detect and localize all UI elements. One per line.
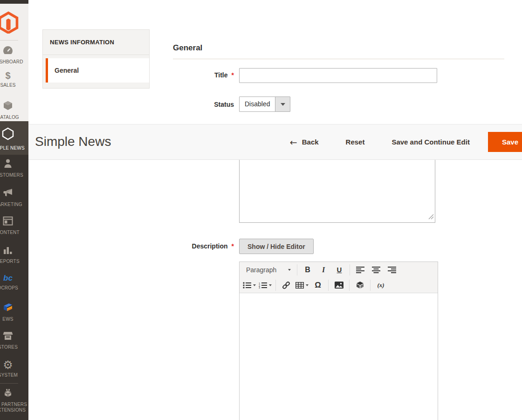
sidebar-item-label: CUSTOMERS: [0, 172, 23, 178]
sidebar-item-stores[interactable]: STORES: [0, 331, 28, 350]
ordered-list-button[interactable]: 123: [257, 279, 273, 292]
sidebar-divider: [0, 383, 18, 384]
sidebar-item-catalog[interactable]: CATALOG: [0, 101, 28, 120]
toolbar-separator: [370, 280, 371, 291]
status-selected-value: Disabled: [240, 97, 275, 111]
back-button[interactable]: ← Back: [287, 137, 322, 148]
sidebar-item-marketing[interactable]: MARKETING: [0, 187, 28, 207]
chevron-down-icon: [281, 103, 285, 106]
italic-button[interactable]: I: [316, 263, 331, 276]
dcrops-icon: bc: [3, 274, 13, 283]
title-input[interactable]: [239, 68, 437, 83]
status-field-label: Status: [164, 101, 234, 108]
page-header-bar: Simple News ← Back Reset Save and Contin…: [28, 124, 522, 160]
marketing-icon: [3, 187, 13, 200]
image-icon: [335, 282, 343, 289]
sidebar-item-label: SALES: [0, 83, 15, 88]
sidebar-item-label: DASHBOARD: [0, 59, 23, 65]
sidebar-item-label: REPORTS: [0, 259, 20, 264]
tab-general[interactable]: General: [46, 58, 149, 83]
back-button-label: Back: [302, 138, 319, 146]
editor-content-area[interactable]: [240, 293, 438, 420]
insert-variable-button[interactable]: (x): [373, 279, 389, 292]
sidebar-item-content[interactable]: CONTENT: [0, 216, 28, 235]
underline-button[interactable]: U: [331, 263, 347, 276]
sidebar-item-label: EWS: [2, 317, 13, 322]
sidebar-item-label: CONTENT: [0, 230, 20, 235]
title-field-label: Title*: [164, 71, 234, 79]
magento-logo-icon[interactable]: [0, 11, 19, 35]
news-information-panel: NEWS INFORMATION General: [42, 29, 150, 89]
description-field-label: Description*: [164, 242, 234, 250]
format-select[interactable]: Paragraph: [241, 266, 295, 274]
insert-widget-button[interactable]: [352, 279, 368, 292]
toolbar-row-2: 123 Ω: [240, 277, 438, 293]
sidebar-item-simple-news[interactable]: SIMPLE NEWS: [0, 121, 28, 155]
save-and-continue-button[interactable]: Save and Continue Edit: [389, 138, 473, 146]
status-label-text: Status: [214, 101, 234, 108]
ews-icon: [3, 302, 13, 314]
page-title: Simple News: [35, 134, 111, 149]
toolbar-row-1: Paragraph B I U: [240, 262, 438, 277]
insert-image-button[interactable]: [331, 279, 347, 292]
sidebar-item-label: MARKETING: [0, 202, 22, 207]
extensions-icon: [3, 388, 13, 399]
magento-admin-page: DASHBOARD $ SALES CATALOG: [0, 0, 522, 420]
stores-icon: [3, 331, 13, 342]
svg-text:3: 3: [259, 286, 260, 289]
align-right-icon: [388, 267, 396, 273]
main-content: NEWS INFORMATION General General Title* …: [28, 0, 522, 420]
status-select[interactable]: Disabled: [239, 96, 290, 112]
sidebar-item-label: STORES: [0, 344, 18, 350]
sidebar-item-sales[interactable]: $ SALES: [0, 71, 28, 88]
align-center-icon: [372, 267, 380, 273]
panel-title: NEWS INFORMATION: [43, 30, 149, 55]
system-icon: ⚙: [3, 360, 13, 370]
title-label-text: Title: [214, 71, 228, 79]
dashboard-icon: [3, 46, 13, 57]
sidebar-item-system[interactable]: ⚙ SYSTEM: [0, 360, 28, 378]
sidebar-item-label: SIMPLE NEWS: [0, 145, 25, 151]
select-caret-button[interactable]: [275, 97, 290, 111]
sidebar-item-dashboard[interactable]: DASHBOARD: [0, 46, 28, 65]
toolbar-separator: [275, 280, 276, 291]
show-hide-editor-button[interactable]: Show / Hide Editor: [239, 239, 314, 254]
insert-link-button[interactable]: [278, 279, 294, 292]
sidebar-item-label: FIND PARTNERS & EXTENSIONS: [0, 402, 27, 413]
insert-table-button[interactable]: [294, 279, 310, 292]
link-icon: [282, 281, 291, 290]
save-button[interactable]: Save: [488, 132, 522, 152]
admin-sidebar: DASHBOARD $ SALES CATALOG: [0, 0, 28, 420]
admin-sidebar-inner: DASHBOARD $ SALES CATALOG: [0, 0, 28, 420]
align-center-button[interactable]: [368, 263, 384, 276]
bold-button[interactable]: B: [300, 263, 316, 276]
simple-news-icon: [1, 127, 14, 143]
sidebar-item-ews[interactable]: EWS: [0, 302, 28, 322]
align-left-button[interactable]: [352, 263, 368, 276]
customers-icon: [3, 158, 13, 170]
chevron-down-icon: [253, 284, 256, 286]
section-title: General: [173, 43, 202, 53]
sales-icon: $: [5, 71, 10, 80]
wysiwyg-editor: Paragraph B I U: [239, 262, 438, 420]
chevron-down-icon: [269, 284, 272, 286]
special-character-button[interactable]: Ω: [310, 279, 326, 292]
resize-handle-icon[interactable]: [428, 213, 434, 221]
chevron-down-icon: [288, 269, 291, 271]
reports-icon: [3, 245, 13, 256]
sidebar-item-label: SYSTEM: [0, 372, 18, 378]
unordered-list-button[interactable]: [241, 279, 257, 292]
align-right-button[interactable]: [384, 263, 400, 276]
sidebar-item-customers[interactable]: CUSTOMERS: [0, 158, 28, 178]
toolbar-separator: [297, 264, 297, 275]
sidebar-item-dcrops[interactable]: bc DCROPS: [0, 274, 28, 291]
toolbar-separator: [328, 280, 329, 291]
required-asterisk: *: [232, 71, 234, 79]
editor-toolbar: Paragraph B I U: [240, 262, 438, 293]
sidebar-item-reports[interactable]: REPORTS: [0, 245, 28, 264]
reset-button[interactable]: Reset: [343, 138, 368, 146]
header-actions: ← Back Reset Save and Continue Edit Save: [287, 124, 522, 159]
catalog-icon: [3, 101, 13, 112]
sidebar-item-find-partners-extensions[interactable]: FIND PARTNERS & EXTENSIONS: [0, 388, 28, 413]
content-icon: [3, 216, 13, 227]
